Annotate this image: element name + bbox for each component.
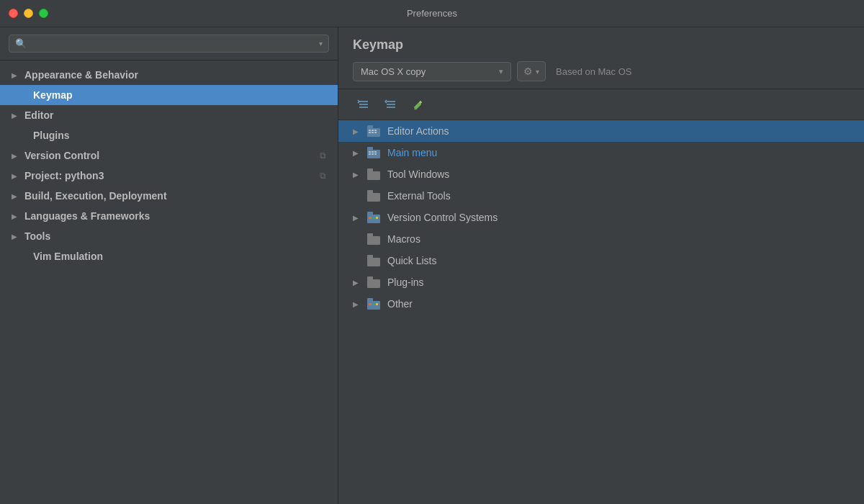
sidebar-item-vim[interactable]: Vim Emulation [0,246,338,266]
sidebar-item-label: Keymap [33,89,72,101]
project-badge: ⧉ [320,171,326,181]
gear-settings-button[interactable]: ⚙ ▾ [517,61,546,81]
folder-plain-icon [367,190,382,202]
tree-item-other[interactable]: ▶ Other [338,293,864,315]
svg-rect-13 [372,132,374,133]
svg-rect-39 [367,298,373,302]
tree-arrow-icon: ▶ [353,127,361,135]
svg-rect-40 [369,303,372,305]
tree-item-tool-windows[interactable]: ▶ Tool Windows [338,163,864,185]
svg-rect-21 [372,153,374,155]
svg-rect-16 [367,147,373,150]
tree-item-label: Plug-ins [387,276,424,288]
sidebar-item-plugins[interactable]: Plugins [0,125,338,145]
folder-plain-icon [367,255,382,266]
sidebar-item-label: Appearance & Behavior [24,69,138,81]
arrow-icon: ▶ [12,192,19,200]
expand-all-button[interactable] [353,95,374,114]
tree-item-plugins[interactable]: ▶ Plug-ins [338,271,864,293]
content-panel: Keymap Mac OS X copy ▾ ⚙ ▾ Based on Mac … [338,27,864,504]
svg-rect-32 [367,236,380,245]
content-header: Keymap Mac OS X copy ▾ ⚙ ▾ Based on Mac … [338,27,864,89]
close-button[interactable] [9,9,18,18]
svg-rect-20 [369,153,371,155]
svg-rect-22 [374,153,377,155]
gear-icon: ⚙ [523,66,533,77]
tree-item-label: Main menu [387,147,437,158]
tree-item-quick-lists[interactable]: Quick Lists [338,250,864,271]
search-bar-container: 🔍 ▾ [0,27,338,60]
svg-rect-24 [367,168,373,172]
sidebar-item-build[interactable]: ▶ Build, Execution, Deployment [0,186,338,206]
svg-rect-42 [376,303,378,305]
svg-rect-12 [369,132,371,133]
expand-all-icon [357,98,370,111]
sidebar-item-appearance[interactable]: ▶ Appearance & Behavior [0,65,338,85]
tree-item-editor-actions[interactable]: ▶ Editor Actions [338,120,864,142]
edit-icon [412,98,425,111]
search-input-wrapper[interactable]: 🔍 ▾ [9,35,329,53]
svg-rect-35 [367,255,373,258]
based-on-label: Based on Mac OS [556,66,632,77]
collapse-all-icon [384,98,397,111]
sidebar-item-tools[interactable]: ▶ Tools [0,226,338,246]
svg-rect-18 [372,151,374,153]
sidebar: 🔍 ▾ ▶ Appearance & Behavior Keymap ▶ Edi… [0,27,338,504]
gear-arrow-icon: ▾ [536,68,539,76]
window-title: Preferences [407,8,457,19]
tree-arrow-icon: ▶ [353,214,361,222]
version-control-badge: ⧉ [320,150,326,161]
collapse-all-button[interactable] [380,95,402,114]
arrow-icon: ▶ [12,71,19,79]
svg-rect-19 [374,151,377,153]
titlebar: Preferences [0,0,864,27]
folder-multi-icon [367,212,382,223]
tree-item-vcs[interactable]: ▶ Version Control Systems [338,207,864,228]
sidebar-item-languages[interactable]: ▶ Languages & Frameworks [0,206,338,226]
keymap-toolbar [338,89,864,120]
sidebar-item-label: Version Control [24,150,99,161]
keymap-dropdown-arrow-icon: ▾ [499,67,503,76]
edit-shortcut-button[interactable] [408,95,429,114]
tree-item-label: Tool Windows [387,168,449,180]
svg-rect-26 [367,190,373,194]
arrow-icon: ▶ [12,233,19,240]
minimize-button[interactable] [24,9,33,18]
svg-rect-30 [372,217,375,219]
tree-item-main-menu[interactable]: ▶ Main menu [338,142,864,163]
svg-rect-8 [367,125,373,129]
arrow-icon: ▶ [12,172,19,180]
sidebar-item-label: Project: python3 [24,170,104,181]
svg-rect-23 [367,171,380,180]
tree-item-label: Other [387,298,413,310]
tree-item-label: Editor Actions [387,125,449,137]
folder-plain-icon [367,276,382,288]
search-dropdown-arrow[interactable]: ▾ [319,40,323,48]
arrow-icon: ▶ [12,152,19,160]
folder-special-icon [367,125,382,137]
tree-item-label: Version Control Systems [387,212,498,223]
keymap-dropdown[interactable]: Mac OS X copy ▾ [353,62,511,81]
keymap-dropdown-label: Mac OS X copy [361,66,493,77]
sidebar-item-label: Vim Emulation [33,251,103,262]
tree-item-external-tools[interactable]: External Tools [338,185,864,207]
sidebar-item-version-control[interactable]: ▶ Version Control ⧉ [0,145,338,166]
search-input[interactable] [31,38,315,49]
arrow-icon: ▶ [12,212,19,220]
svg-rect-31 [376,217,378,219]
folder-plain-icon [367,233,382,245]
svg-rect-29 [369,217,372,219]
tree-arrow-icon: ▶ [353,300,361,308]
svg-rect-36 [367,279,380,288]
svg-rect-37 [367,276,373,280]
maximize-button[interactable] [39,9,48,18]
keymap-selector-row: Mac OS X copy ▾ ⚙ ▾ Based on Mac OS [353,61,850,81]
sidebar-item-keymap[interactable]: Keymap [0,85,338,105]
page-title: Keymap [353,37,850,53]
keymap-tree: ▶ Editor Actions ▶ [338,120,864,504]
sidebar-item-project[interactable]: ▶ Project: python3 ⧉ [0,166,338,186]
tree-item-macros[interactable]: Macros [338,228,864,250]
sidebar-item-label: Build, Execution, Deployment [24,190,167,202]
svg-rect-33 [367,233,373,237]
sidebar-item-editor[interactable]: ▶ Editor [0,105,338,125]
